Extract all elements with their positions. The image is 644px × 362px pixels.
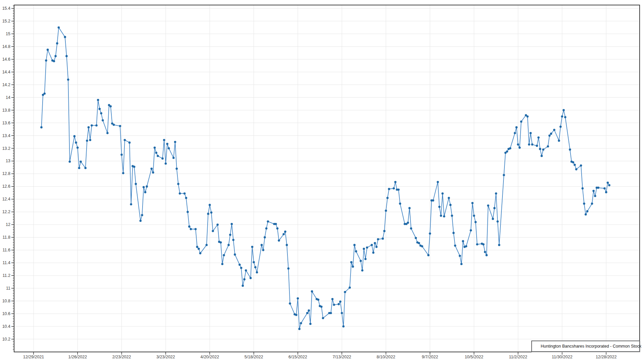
data-point[interactable] bbox=[460, 263, 463, 265]
data-point[interactable] bbox=[297, 297, 299, 300]
data-point[interactable] bbox=[97, 99, 99, 101]
data-point[interactable] bbox=[199, 252, 202, 254]
data-point[interactable] bbox=[427, 254, 430, 256]
data-point[interactable] bbox=[438, 206, 441, 208]
data-point[interactable] bbox=[482, 243, 485, 246]
data-point[interactable] bbox=[79, 161, 82, 163]
data-point[interactable] bbox=[520, 121, 523, 123]
data-point[interactable] bbox=[64, 36, 66, 38]
data-point[interactable] bbox=[227, 244, 230, 246]
data-point[interactable] bbox=[243, 278, 246, 281]
data-point[interactable] bbox=[476, 243, 478, 246]
data-point[interactable] bbox=[341, 312, 343, 314]
data-point[interactable] bbox=[195, 228, 197, 230]
data-point[interactable] bbox=[409, 207, 411, 209]
data-point[interactable] bbox=[399, 202, 401, 205]
data-point[interactable] bbox=[322, 317, 324, 319]
data-point[interactable] bbox=[591, 202, 593, 205]
data-point[interactable] bbox=[278, 239, 280, 242]
data-point[interactable] bbox=[163, 139, 165, 141]
data-point[interactable] bbox=[530, 132, 532, 134]
data-point[interactable] bbox=[459, 255, 461, 257]
data-point[interactable] bbox=[133, 166, 136, 168]
data-point[interactable] bbox=[210, 212, 213, 214]
data-point[interactable] bbox=[186, 211, 189, 213]
data-point[interactable] bbox=[67, 78, 69, 81]
data-point[interactable] bbox=[143, 186, 145, 188]
data-point[interactable] bbox=[475, 221, 477, 223]
data-point[interactable] bbox=[320, 306, 323, 308]
data-point[interactable] bbox=[393, 187, 395, 190]
data-point[interactable] bbox=[250, 277, 252, 279]
data-point[interactable] bbox=[65, 55, 68, 57]
data-point[interactable] bbox=[317, 299, 320, 301]
data-point[interactable] bbox=[234, 253, 236, 256]
data-point[interactable] bbox=[583, 202, 585, 205]
data-point[interactable] bbox=[311, 290, 313, 293]
data-point[interactable] bbox=[284, 231, 286, 233]
data-point[interactable] bbox=[216, 224, 219, 226]
data-point[interactable] bbox=[441, 192, 444, 195]
data-point[interactable] bbox=[287, 267, 290, 270]
data-point[interactable] bbox=[470, 229, 472, 232]
data-point[interactable] bbox=[185, 197, 187, 199]
data-point[interactable] bbox=[360, 260, 362, 262]
data-point[interactable] bbox=[130, 203, 132, 205]
data-point[interactable] bbox=[484, 251, 486, 253]
data-point[interactable] bbox=[110, 105, 112, 108]
data-point[interactable] bbox=[432, 199, 434, 202]
data-point[interactable] bbox=[574, 164, 576, 166]
data-point[interactable] bbox=[485, 254, 488, 256]
data-point[interactable] bbox=[75, 141, 77, 144]
data-point[interactable] bbox=[344, 291, 346, 293]
data-point[interactable] bbox=[242, 285, 244, 287]
data-point[interactable] bbox=[448, 197, 450, 199]
data-point[interactable] bbox=[89, 139, 92, 141]
data-point[interactable] bbox=[261, 244, 263, 246]
data-point[interactable] bbox=[363, 248, 365, 250]
data-point[interactable] bbox=[254, 266, 257, 268]
data-point[interactable] bbox=[155, 152, 158, 154]
data-point[interactable] bbox=[264, 236, 266, 239]
data-point[interactable] bbox=[536, 145, 538, 147]
data-point[interactable] bbox=[106, 132, 109, 134]
data-point[interactable] bbox=[562, 109, 565, 111]
data-point[interactable] bbox=[102, 119, 104, 122]
data-point[interactable] bbox=[498, 244, 500, 246]
data-point[interactable] bbox=[516, 126, 518, 129]
data-point[interactable] bbox=[256, 271, 258, 274]
data-point[interactable] bbox=[348, 287, 351, 289]
data-point[interactable] bbox=[418, 242, 420, 244]
data-point[interactable] bbox=[361, 269, 364, 272]
data-point[interactable] bbox=[443, 215, 445, 218]
data-point[interactable] bbox=[206, 244, 208, 246]
data-point[interactable] bbox=[585, 214, 587, 216]
data-point[interactable] bbox=[506, 150, 508, 153]
data-point[interactable] bbox=[45, 59, 47, 62]
data-point[interactable] bbox=[151, 168, 153, 170]
data-point[interactable] bbox=[451, 215, 453, 217]
data-point[interactable] bbox=[586, 210, 589, 213]
data-point[interactable] bbox=[78, 167, 80, 169]
data-point[interactable] bbox=[177, 183, 179, 185]
data-point[interactable] bbox=[388, 188, 390, 190]
data-point[interactable] bbox=[140, 220, 142, 222]
data-point[interactable] bbox=[306, 312, 309, 314]
data-point[interactable] bbox=[253, 261, 255, 263]
data-point[interactable] bbox=[528, 143, 530, 146]
data-point[interactable] bbox=[146, 185, 148, 188]
data-point[interactable] bbox=[561, 115, 564, 118]
data-point[interactable] bbox=[99, 108, 101, 110]
data-point[interactable] bbox=[487, 204, 489, 207]
data-point[interactable] bbox=[503, 174, 505, 176]
data-point[interactable] bbox=[212, 230, 214, 232]
data-point[interactable] bbox=[91, 124, 93, 127]
data-point[interactable] bbox=[385, 209, 387, 212]
data-point[interactable] bbox=[377, 238, 379, 241]
data-point[interactable] bbox=[267, 220, 269, 223]
data-point[interactable] bbox=[330, 312, 332, 314]
data-point[interactable] bbox=[333, 304, 335, 306]
data-point[interactable] bbox=[338, 303, 340, 305]
data-point[interactable] bbox=[289, 302, 291, 305]
data-point[interactable] bbox=[190, 228, 192, 230]
